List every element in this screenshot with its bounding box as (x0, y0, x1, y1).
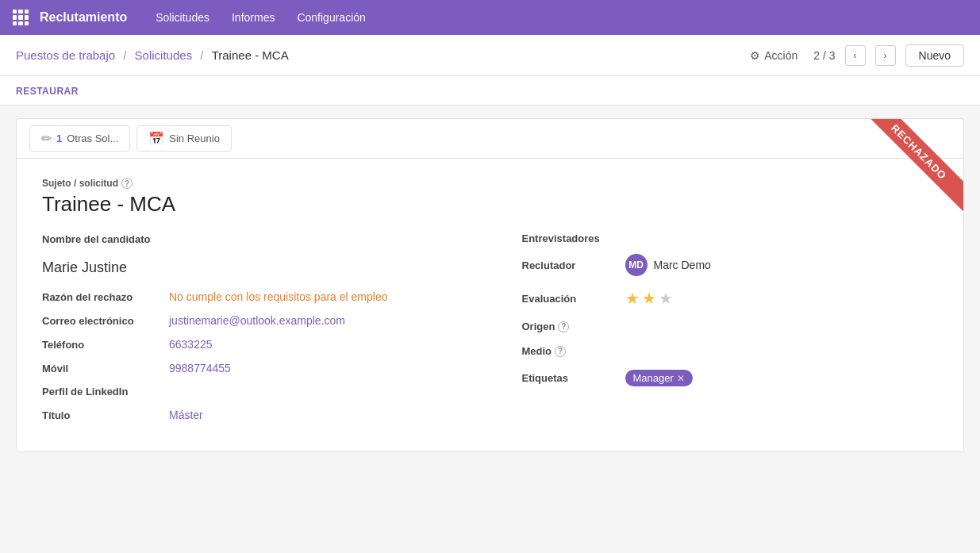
other-requests-button[interactable]: ✏ 1 Otras Sol... (29, 125, 130, 152)
star-3[interactable]: ★ (659, 289, 673, 308)
tags-value: Manager ✕ (625, 370, 693, 386)
tags-label: Etiquetas (522, 372, 625, 384)
other-requests-label: Otras Sol... (67, 132, 118, 144)
rejection-value: No cumple con los requisitos para el emp… (169, 290, 387, 303)
evaluation-value: ★ ★ ★ (625, 289, 673, 308)
action-label: Acción (764, 49, 797, 62)
mobile-row: Móvil 9988774455 (42, 362, 475, 374)
star-2[interactable]: ★ (642, 289, 656, 308)
phone-value[interactable]: 6633225 (169, 338, 213, 351)
linkedin-row: Perfil de LinkedIn (42, 386, 475, 397)
other-requests-count: 1 (56, 132, 62, 144)
breadcrumb-bar: Puestos de trabajo / Solicitudes / Train… (0, 35, 980, 76)
breadcrumb-sep-1: / (123, 48, 126, 62)
nav-counter: 2 / 3 (813, 49, 835, 62)
linkedin-label: Perfil de LinkedIn (42, 386, 169, 397)
evaluation-row: Evaluación ★ ★ ★ (522, 289, 939, 308)
new-button[interactable]: Nuevo (905, 44, 964, 67)
meetings-button[interactable]: 📅 Sin Reunio (136, 125, 232, 152)
subject-help-icon[interactable]: ? (121, 178, 133, 189)
title-row: Título Máster (42, 409, 475, 421)
top-navigation: Reclutamiento Solicitudes Informes Confi… (0, 0, 980, 35)
mobile-value[interactable]: 9988774455 (169, 362, 231, 374)
medio-row: Medio ? (522, 345, 939, 357)
breadcrumb-solicitudes[interactable]: Solicitudes (135, 48, 193, 62)
origin-help-icon[interactable]: ? (558, 321, 569, 332)
meetings-label: Sin Reunio (169, 132, 220, 144)
interviewers-header: Entrevistadores (522, 232, 939, 244)
email-row: Correo electrónico justinemarie@outlook.… (42, 314, 475, 327)
subject-value: Trainee - MCA (42, 192, 938, 217)
evaluation-label: Evaluación (522, 293, 625, 305)
medio-help-icon[interactable]: ? (555, 346, 566, 357)
mobile-label: Móvil (42, 363, 169, 374)
candidate-name-row: Nombre del candidato (42, 232, 475, 248)
right-column: Entrevistadores Reclutador MD Marc Demo … (506, 232, 939, 432)
restore-bar: RESTAURAR (0, 76, 980, 106)
tag-manager-label: Manager (633, 372, 674, 384)
action-button[interactable]: ⚙ Acción (744, 45, 804, 66)
medio-label: Medio ? (522, 345, 625, 357)
left-column: Nombre del candidato Marie Justine Razón… (42, 232, 475, 432)
smart-buttons: ✏ 1 Otras Sol... 📅 Sin Reunio (17, 119, 963, 159)
stars[interactable]: ★ ★ ★ (625, 289, 673, 308)
breadcrumb-sep-2: / (200, 48, 203, 62)
tag-manager-remove[interactable]: ✕ (677, 373, 685, 384)
subject-label: Sujeto / solicitud ? (42, 178, 938, 189)
pencil-icon: ✏ (41, 131, 52, 146)
breadcrumb-current: Trainee - MCA (212, 48, 289, 62)
brand-name[interactable]: Reclutamiento (40, 10, 127, 25)
main-content: ✏ 1 Otras Sol... 📅 Sin Reunio RECHAZADO … (16, 118, 964, 452)
restore-button[interactable]: RESTAURAR (16, 86, 79, 97)
avatar: MD (625, 254, 648, 276)
nav-next[interactable]: › (875, 45, 896, 66)
gear-icon: ⚙ (750, 49, 760, 62)
recruiter-name[interactable]: Marc Demo (654, 259, 711, 271)
calendar-icon: 📅 (148, 131, 164, 146)
candidate-name-value: Marie Justine (42, 259, 475, 276)
recruiter-row: Reclutador MD Marc Demo (522, 254, 939, 276)
email-value[interactable]: justinemarie@outlook.example.com (169, 314, 345, 327)
recruiter-value: MD Marc Demo (625, 254, 711, 276)
candidate-name-label: Nombre del candidato (42, 232, 151, 245)
main-menu: Solicitudes Informes Configuración (146, 6, 375, 29)
form-area: Sujeto / solicitud ? Trainee - MCA Nombr… (17, 159, 963, 451)
phone-label: Teléfono (42, 339, 169, 351)
nav-prev[interactable]: ‹ (845, 45, 866, 66)
menu-configuracion[interactable]: Configuración (287, 6, 375, 29)
email-label: Correo electrónico (42, 315, 169, 327)
rejection-reason-row: Razón del rechazo No cumple con los requ… (42, 290, 475, 303)
breadcrumb-puestos[interactable]: Puestos de trabajo (16, 48, 115, 62)
star-1[interactable]: ★ (625, 289, 640, 308)
two-column-layout: Nombre del candidato Marie Justine Razón… (42, 232, 938, 432)
menu-solicitudes[interactable]: Solicitudes (146, 6, 219, 29)
tag-manager: Manager ✕ (625, 370, 693, 386)
apps-icon[interactable] (13, 10, 29, 25)
title-label: Título (42, 409, 169, 421)
breadcrumb: Puestos de trabajo / Solicitudes / Train… (16, 48, 744, 62)
menu-informes[interactable]: Informes (222, 6, 284, 29)
topbar-actions: ⚙ Acción 2 / 3 ‹ › Nuevo (744, 44, 964, 67)
tags-row: Etiquetas Manager ✕ (522, 370, 939, 386)
origin-label: Origen ? (522, 321, 625, 332)
recruiter-label: Reclutador (522, 259, 625, 271)
rejection-label: Razón del rechazo (42, 291, 169, 303)
title-value[interactable]: Máster (169, 409, 203, 421)
counter-text: 2 / 3 (813, 49, 835, 62)
origin-row: Origen ? (522, 321, 939, 332)
phone-row: Teléfono 6633225 (42, 338, 475, 351)
